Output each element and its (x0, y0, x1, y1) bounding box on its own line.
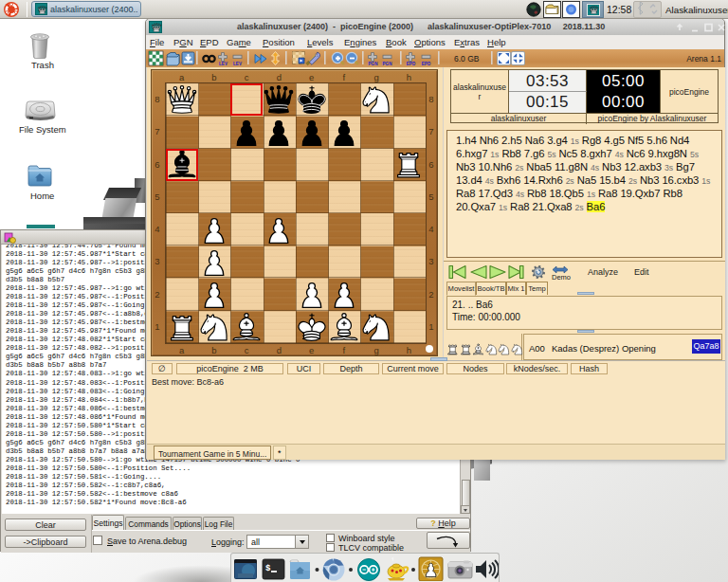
svg-text:PGN: PGN (383, 62, 393, 66)
svg-text:Analyze: Analyze (588, 267, 618, 277)
svg-text:$: $ (265, 564, 271, 573)
svg-text:LEV: LEV (233, 62, 243, 66)
svg-text:LEV: LEV (219, 62, 228, 66)
svg-text:6.0 GB: 6.0 GB (454, 54, 480, 64)
svg-text:Arena 1.1: Arena 1.1 (686, 54, 721, 64)
svg-text:PGN: PGN (369, 62, 379, 66)
svg-text:EPD: EPD (407, 62, 416, 66)
svg-text:Demo: Demo (552, 273, 571, 282)
svg-text:Edit: Edit (634, 267, 649, 277)
svg-text:EPD: EPD (422, 62, 431, 66)
